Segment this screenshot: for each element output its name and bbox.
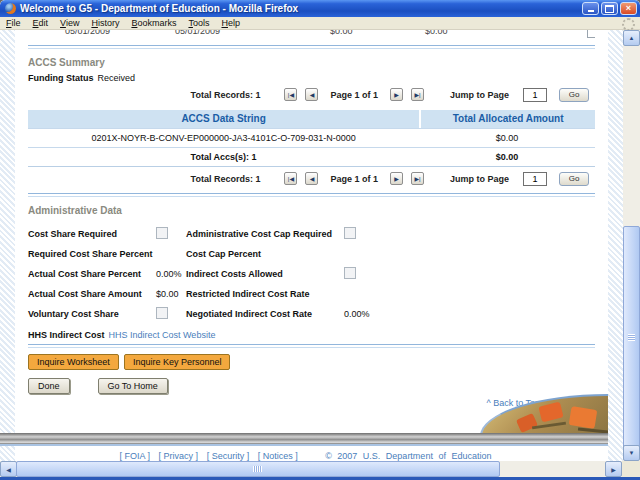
- scroll-up-button[interactable]: ▲: [623, 30, 640, 46]
- go-to-home-button[interactable]: Go To Home: [98, 378, 168, 394]
- page-indicator: Page 1 of 1: [330, 174, 378, 184]
- minimize-button[interactable]: [582, 2, 599, 15]
- required-cost-share-percent-label: Required Cost Share Percent: [28, 249, 156, 259]
- clipped-amount-2: $0.00: [425, 30, 448, 36]
- menu-bookmarks[interactable]: Bookmarks: [125, 18, 182, 28]
- indirect-costs-allowed-label: Indirect Costs Allowed: [186, 269, 344, 279]
- jump-to-page-input[interactable]: [523, 88, 547, 102]
- maximize-button[interactable]: [601, 2, 618, 15]
- browser-window: Welcome to G5 - Department of Education …: [0, 0, 640, 480]
- column-header-accs-data-string: ACCS Data String: [28, 110, 419, 128]
- funding-status-label: Funding Status: [28, 73, 94, 83]
- section-divider: [28, 344, 595, 348]
- last-page-icon: ▶|: [414, 175, 420, 182]
- menu-bar: File Edit View History Bookmarks Tools H…: [0, 17, 640, 30]
- scroll-left-icon: ◀: [6, 466, 11, 473]
- inquire-worksheet-button[interactable]: Inquire Worksheet: [28, 354, 119, 370]
- next-page-button[interactable]: ▶: [390, 88, 403, 101]
- minimize-icon: [588, 10, 594, 12]
- accs-table: ACCS Data String Total Allocated Amount …: [28, 110, 595, 167]
- jump-to-page-label: Jump to Page: [450, 174, 509, 184]
- accs-data-string-value: 0201X-NOYR-B-CONV-EP000000-JA3-4101C-O-7…: [28, 129, 419, 147]
- page-margin-stripe-left: [0, 30, 15, 461]
- horizontal-scrollbar-thumb[interactable]: [16, 461, 500, 477]
- hhs-indirect-cost-label: HHS Indirect Cost: [28, 330, 105, 340]
- first-page-icon: |◀: [288, 91, 294, 98]
- footer-link-foia[interactable]: [ FOIA ]: [120, 451, 151, 461]
- page-viewport: 05/01/2009 05/01/2009 $0.00 $0.00 ACCS S…: [0, 30, 623, 461]
- done-button[interactable]: Done: [28, 378, 70, 394]
- chair-shape: [538, 402, 563, 423]
- prev-page-button[interactable]: ◀: [305, 88, 318, 101]
- accs-summary-heading: ACCS Summary: [28, 57, 595, 68]
- copyright-text: © 2007 U.S. Department of Education: [325, 451, 491, 461]
- page-indicator: Page 1 of 1: [330, 90, 378, 100]
- vertical-scrollbar[interactable]: ▲ ▼: [623, 30, 640, 461]
- menu-file[interactable]: File: [0, 18, 27, 28]
- clipped-table-row: 05/01/2009 05/01/2009 $0.00 $0.00: [28, 30, 595, 38]
- first-page-button[interactable]: |◀: [284, 88, 297, 101]
- cost-share-required-label: Cost Share Required: [28, 229, 156, 239]
- scroll-down-icon: ▼: [629, 450, 635, 456]
- scroll-right-button[interactable]: ▶: [605, 461, 622, 477]
- actual-cost-share-percent-label: Actual Cost Share Percent: [28, 269, 156, 279]
- navigation-button-row: Done Go To Home: [28, 378, 595, 394]
- menu-tools[interactable]: Tools: [182, 18, 215, 28]
- section-divider: [28, 193, 595, 197]
- prev-page-icon: ◀: [310, 91, 315, 98]
- actual-cost-share-percent-value: 0.00%: [156, 269, 186, 279]
- scrollbar-corner: [622, 461, 640, 477]
- scroll-down-button[interactable]: ▼: [623, 445, 640, 461]
- negotiated-indirect-cost-rate-label: Negotiated Indirect Cost Rate: [186, 309, 344, 319]
- jump-to-page-input[interactable]: [523, 172, 547, 186]
- menu-view[interactable]: View: [54, 18, 85, 28]
- jump-to-page-label: Jump to Page: [450, 90, 509, 100]
- cost-cap-percent-label: Cost Cap Percent: [186, 249, 344, 259]
- scroll-right-icon: ▶: [611, 466, 616, 473]
- footer-link-privacy[interactable]: [ Privacy ]: [159, 451, 199, 461]
- horizontal-scrollbar[interactable]: ◀ ▶: [0, 461, 622, 477]
- total-accs-label: Total Accs(s): 1: [28, 148, 419, 166]
- menu-history[interactable]: History: [85, 18, 125, 28]
- administrative-data-heading: Administrative Data: [28, 205, 595, 216]
- title-bar: Welcome to G5 - Department of Education …: [0, 0, 640, 17]
- last-page-button[interactable]: ▶|: [411, 88, 424, 101]
- footer-link-notices[interactable]: [ Notices ]: [258, 451, 298, 461]
- window-title: Welcome to G5 - Department of Education …: [20, 3, 298, 14]
- footer-link-security[interactable]: [ Security ]: [207, 451, 250, 461]
- indirect-costs-allowed-checkbox[interactable]: [344, 267, 356, 279]
- admin-cost-cap-required-checkbox[interactable]: [344, 227, 356, 239]
- scroll-left-button[interactable]: ◀: [0, 461, 17, 477]
- prev-page-button[interactable]: ◀: [305, 172, 318, 185]
- go-button[interactable]: Go: [559, 88, 589, 102]
- last-page-icon: ▶|: [414, 91, 420, 98]
- clipped-date-2: 05/01/2009: [175, 30, 220, 36]
- table-row: 0201X-NOYR-B-CONV-EP000000-JA3-4101C-O-7…: [28, 128, 595, 147]
- total-accs-amount: $0.00: [419, 148, 595, 166]
- last-page-button[interactable]: ▶|: [411, 172, 424, 185]
- go-button[interactable]: Go: [559, 172, 589, 186]
- clipped-row-checkbox[interactable]: [587, 30, 595, 38]
- footer-metallic-bar: [0, 433, 608, 446]
- inquire-key-personnel-button[interactable]: Inquire Key Personnel: [124, 354, 231, 370]
- first-page-icon: |◀: [288, 175, 294, 182]
- close-button[interactable]: ×: [620, 2, 637, 15]
- actual-cost-share-amount-value: $0.00: [156, 289, 186, 299]
- hhs-indirect-cost-website-link[interactable]: HHS Indirect Cost Website: [109, 330, 216, 340]
- maximize-icon: [605, 5, 614, 13]
- vertical-scrollbar-thumb[interactable]: [623, 226, 640, 449]
- first-page-button[interactable]: |◀: [284, 172, 297, 185]
- voluntary-cost-share-checkbox[interactable]: [156, 307, 168, 319]
- window-controls: ×: [582, 2, 637, 15]
- menu-edit[interactable]: Edit: [27, 18, 55, 28]
- column-header-total-allocated-amount: Total Allocated Amount: [421, 110, 595, 128]
- clipped-amount-1: $0.00: [330, 30, 353, 36]
- menu-help[interactable]: Help: [215, 18, 246, 28]
- actual-cost-share-amount-label: Actual Cost Share Amount: [28, 289, 156, 299]
- firefox-icon: [5, 3, 16, 14]
- accs-table-header: ACCS Data String Total Allocated Amount: [28, 110, 595, 128]
- page-margin-stripe-right: [608, 30, 623, 461]
- next-page-button[interactable]: ▶: [390, 172, 403, 185]
- funding-status-value: Received: [98, 73, 136, 83]
- cost-share-required-checkbox[interactable]: [156, 227, 168, 239]
